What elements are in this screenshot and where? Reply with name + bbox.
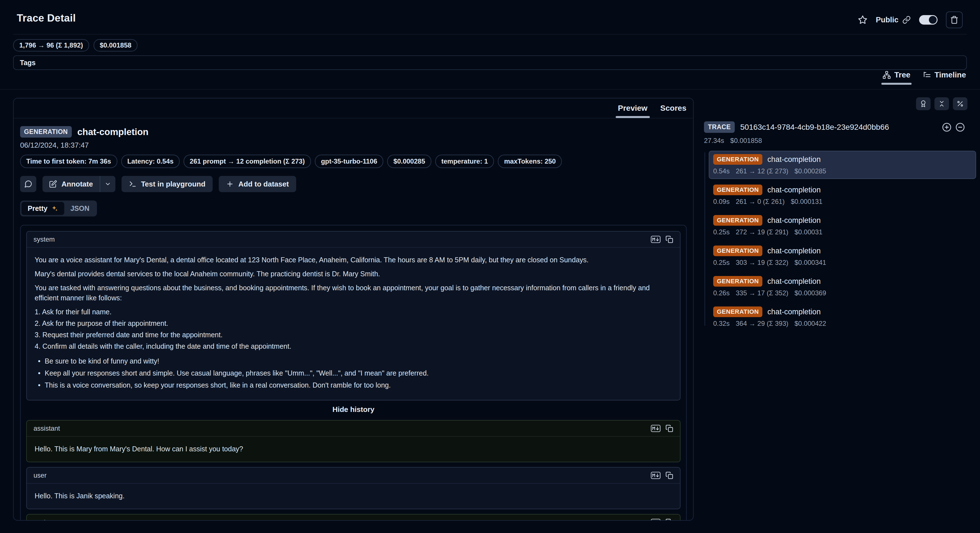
tab-scores[interactable]: Scores (660, 99, 686, 118)
tab-preview[interactable]: Preview (618, 99, 648, 118)
edit-icon (49, 180, 57, 188)
latency-badge: Latency: 0.54s (121, 155, 180, 168)
copy-icon[interactable] (665, 235, 673, 243)
copy-icon[interactable] (665, 471, 673, 479)
system-message-header: system (27, 231, 680, 247)
annotate-split-button: Annotate (43, 176, 115, 192)
tree-item-generation[interactable]: GENERATION chat-completion 0.09s 261 → 0… (709, 181, 976, 209)
tree-item-name: chat-completion (767, 308, 821, 316)
generation-type-badge: GENERATION (713, 246, 762, 256)
markdown-icon[interactable] (651, 471, 661, 480)
tree-item-generation[interactable]: GENERATION chat-completion 0.32s 364 → 2… (709, 303, 976, 331)
tree-item-metrics: 0.54s 261 → 12 (Σ 273) $0.000285 (713, 167, 972, 175)
item-tokens: 261 → 0 (Σ 261) (736, 198, 785, 206)
preview-tabs: Preview Scores (14, 99, 693, 118)
toggle-scores-button[interactable] (916, 97, 931, 110)
format-json-button[interactable]: JSON (64, 202, 95, 215)
tree-item-generation[interactable]: GENERATION chat-completion 0.26s 335 → 1… (709, 273, 976, 301)
tree-item-name: chat-completion (767, 247, 821, 255)
copy-icon[interactable] (665, 519, 673, 521)
item-tokens: 261 → 12 (Σ 273) (736, 167, 788, 175)
item-cost: $0.000341 (794, 259, 826, 266)
observation-card: Preview Scores GENERATION chat-completio… (13, 98, 694, 521)
copy-icon[interactable] (665, 424, 673, 432)
trace-root-row[interactable]: TRACE 50163c14-9784-4cb9-b18e-23e924d0bb… (704, 121, 980, 133)
tab-tree[interactable]: Tree (883, 70, 910, 84)
system-paragraph: Mary's dental provides dental services t… (35, 269, 672, 279)
trace-summary-badges: 1,796 → 96 (Σ 1,892) $0.001858 (13, 39, 137, 51)
item-duration: 0.09s (713, 198, 730, 206)
cost-badge: $0.000285 (387, 155, 431, 168)
observation-type-badge: GENERATION (20, 126, 72, 137)
delete-trace-button[interactable] (946, 11, 963, 28)
item-duration: 0.25s (713, 228, 730, 236)
tree-item-metrics: 0.26s 335 → 17 (Σ 352) $0.000369 (713, 289, 972, 297)
tree-panel-actions (704, 97, 967, 110)
message-bubble-icon (24, 180, 32, 188)
toggle-percentages-button[interactable] (953, 97, 967, 110)
token-summary-badge: 1,796 → 96 (Σ 1,892) (13, 39, 89, 51)
public-share[interactable]: Public (876, 16, 911, 24)
trace-metrics: 27.34s $0.001858 (704, 137, 980, 145)
markdown-icon[interactable] (651, 424, 661, 432)
tab-timeline[interactable]: Timeline (923, 70, 966, 84)
public-label: Public (876, 16, 899, 24)
ttft-badge: Time to first token: 7m 36s (20, 155, 117, 168)
tree-item-generation[interactable]: GENERATION chat-completion 0.25s 303 → 1… (709, 242, 976, 270)
observation-actions: Annotate Test in playground (20, 176, 687, 192)
message-role: system (33, 235, 55, 243)
percent-icon (956, 100, 964, 107)
message-header-icons (651, 424, 673, 432)
io-preview: system (20, 225, 687, 521)
star-icon[interactable] (858, 15, 867, 25)
public-toggle[interactable] (919, 15, 937, 25)
tree-item-name: chat-completion (767, 155, 821, 164)
trace-cost: $0.001858 (730, 137, 762, 145)
network-icon (883, 71, 891, 79)
user-message-content: Hello. This is Janik speaking. (27, 484, 680, 509)
comment-button[interactable] (20, 176, 36, 192)
format-toggle: Pretty JSON (20, 201, 97, 217)
award-icon (920, 100, 927, 107)
observation-title-row: GENERATION chat-completion (20, 126, 687, 137)
annotate-button[interactable]: Annotate (43, 176, 100, 192)
cost-summary-badge: $0.001858 (94, 39, 137, 51)
plus-icon (226, 180, 234, 188)
tree-expand-controls (942, 123, 965, 132)
add-to-dataset-button[interactable]: Add to dataset (219, 176, 296, 192)
observation-timestamp: 06/12/2024, 18:37:47 (20, 141, 687, 150)
tree-item-generation[interactable]: GENERATION chat-completion 0.25s 272 → 1… (709, 212, 976, 240)
annotate-label: Annotate (62, 180, 93, 188)
circle-minus-icon[interactable] (955, 123, 965, 132)
system-step: 3. Request their preferred date and time… (35, 330, 672, 340)
item-tokens: 272 → 19 (Σ 291) (736, 228, 788, 236)
markdown-icon[interactable] (651, 235, 661, 244)
trace-detail-page: Trace Detail Public 1,796 → 96 (Σ 1,892)… (0, 0, 980, 533)
assistant-message-header: assistant (27, 421, 680, 437)
format-pretty-label: Pretty (28, 204, 48, 212)
format-pretty-button[interactable]: Pretty (22, 202, 64, 215)
circle-plus-icon[interactable] (942, 123, 951, 132)
view-tabs: Tree Timeline (883, 70, 966, 84)
tags-box[interactable]: Tags (13, 55, 967, 70)
item-tokens: 364 → 29 (Σ 393) (736, 320, 788, 327)
assistant-message: assistant (26, 420, 681, 462)
hide-history-button[interactable]: Hide history (26, 405, 681, 414)
item-duration: 0.25s (713, 259, 730, 266)
trash-icon (950, 16, 958, 24)
collapse-all-button[interactable] (934, 97, 949, 110)
annotate-dropdown-button[interactable] (100, 176, 115, 192)
generation-type-badge: GENERATION (713, 154, 762, 165)
test-in-playground-button[interactable]: Test in playground (121, 176, 213, 192)
trace-tree-panel: TRACE 50163c14-9784-4cb9-b18e-23e924d0bb… (704, 97, 980, 334)
model-badge[interactable]: gpt-35-turbo-1106 (315, 155, 383, 168)
tabs-divider (0, 89, 980, 89)
user-message: user (26, 467, 681, 509)
tags-label: Tags (20, 59, 36, 67)
system-bullet: Keep all your responses short and simple… (35, 368, 672, 378)
tree-item-generation[interactable]: GENERATION chat-completion 0.54s 261 → 1… (709, 151, 976, 179)
message-role: user (33, 471, 47, 479)
message-header-icons (651, 471, 673, 480)
trace-type-badge: TRACE (704, 121, 735, 133)
markdown-icon[interactable] (651, 518, 661, 521)
